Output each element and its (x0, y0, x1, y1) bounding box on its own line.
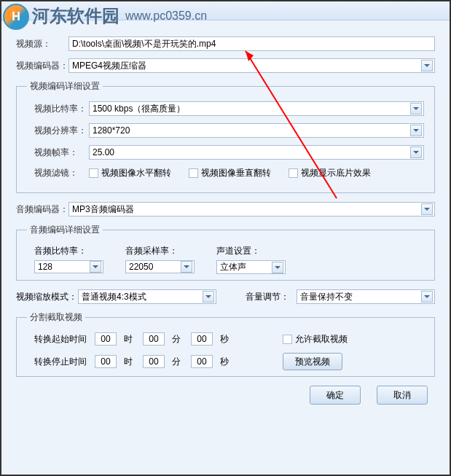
audio-samplerate-label: 音频采样率： (125, 245, 195, 257)
audio-bitrate-label: 音频比特率： (27, 245, 103, 257)
volume-select[interactable]: 音量保持不变 (297, 289, 435, 304)
video-resolution-value: 1280*720 (93, 125, 130, 136)
source-input[interactable] (68, 36, 435, 51)
ok-button[interactable]: 确定 (310, 386, 361, 405)
start-hour-input[interactable] (95, 332, 117, 346)
audio-encoder-value: MP3音频编码器 (72, 203, 134, 216)
scale-label: 视频缩放模式： (16, 291, 78, 303)
chevron-down-icon (421, 203, 433, 215)
audio-channel-select[interactable]: 立体声 (216, 260, 286, 274)
audio-bitrate-select[interactable]: 128 (34, 260, 103, 273)
video-fps-label: 视频帧率： (27, 147, 89, 159)
chevron-down-icon (181, 261, 192, 273)
video-resolution-select[interactable]: 1280*720 (89, 123, 424, 138)
watermark-text: 河东软件园 (32, 4, 119, 28)
chevron-down-icon (410, 103, 422, 114)
start-sec-input[interactable] (191, 332, 213, 346)
scale-select[interactable]: 普通视频4:3模式 (78, 289, 216, 304)
audio-encoder-select[interactable]: MP3音频编码器 (68, 202, 435, 216)
audio-detail-legend: 音频编码详细设置 (27, 224, 103, 236)
video-encoder-label: 视频编码器： (16, 60, 68, 72)
video-fps-select[interactable]: 25.00 (89, 145, 424, 160)
chevron-down-icon (421, 291, 433, 303)
chevron-down-icon (90, 261, 101, 273)
video-bitrate-value: 1500 kbps（很高质量） (93, 103, 185, 115)
audio-encoder-label: 音频编码器： (16, 203, 68, 216)
video-detail-legend: 视频编码详细设置 (27, 80, 103, 93)
source-label: 视频源： (16, 38, 68, 50)
audio-samplerate-value: 22050 (129, 262, 153, 272)
audio-channel-value: 立体声 (220, 261, 246, 273)
watermark-url: www.pc0359.cn (125, 9, 207, 23)
stop-sec-input[interactable] (191, 355, 213, 368)
volume-label: 音量调节： (246, 291, 297, 303)
video-bitrate-select[interactable]: 1500 kbps（很高质量） (89, 101, 424, 116)
chevron-down-icon (410, 125, 422, 136)
audio-samplerate-select[interactable]: 22050 (125, 260, 195, 273)
start-time-label: 转换起始时间 (27, 333, 89, 346)
audio-detail-fieldset: 音频编码详细设置 音频比特率： 128 音频采样率： 22050 (16, 224, 435, 281)
audio-channel-label: 声道设置： (216, 245, 286, 257)
preview-button[interactable]: 预览视频 (283, 353, 342, 370)
chevron-down-icon (203, 291, 214, 303)
video-bitrate-label: 视频比特率： (27, 103, 89, 115)
cancel-button[interactable]: 取消 (377, 386, 428, 405)
video-encoder-select[interactable]: MPEG4视频压缩器 (68, 58, 435, 73)
split-legend: 分割截取视频 (27, 311, 85, 324)
start-min-input[interactable] (143, 332, 165, 346)
watermark-logo: H (3, 4, 29, 30)
watermark: H 河东软件园 www.pc0359.cn (1, 1, 207, 31)
allow-split-checkbox[interactable]: 允许截取视频 (283, 333, 348, 346)
hflip-checkbox[interactable]: 视频图像水平翻转 (89, 167, 171, 179)
chevron-down-icon (421, 60, 433, 71)
content-area: 视频源： 视频编码器： MPEG4视频压缩器 视频编码详细设置 视频比特率： 1… (1, 20, 450, 413)
video-encoder-value: MPEG4视频压缩器 (72, 60, 146, 72)
vflip-checkbox[interactable]: 视频图像垂直翻转 (189, 167, 271, 179)
video-resolution-label: 视频分辨率： (27, 125, 89, 137)
audio-bitrate-value: 128 (38, 262, 52, 272)
video-fps-value: 25.00 (93, 147, 114, 157)
split-fieldset: 分割截取视频 转换起始时间 时 分 秒 允许截取视频 转换停止时间 时 分 秒 … (16, 311, 435, 377)
main-panel: H 河东软件园 www.pc0359.cn 视频源： 视频编码器： MPEG4视… (0, 0, 451, 476)
chevron-down-icon (272, 262, 283, 273)
stop-hour-input[interactable] (95, 355, 117, 368)
scale-value: 普通视频4:3模式 (82, 291, 146, 303)
stop-time-label: 转换停止时间 (27, 356, 89, 368)
chevron-down-icon (410, 147, 422, 158)
volume-value: 音量保持不变 (300, 291, 353, 303)
video-detail-fieldset: 视频编码详细设置 视频比特率： 1500 kbps（很高质量） 视频分辨率： 1… (16, 80, 435, 193)
video-filter-label: 视频滤镜： (27, 167, 89, 179)
stop-min-input[interactable] (143, 355, 165, 368)
negative-checkbox[interactable]: 视频显示底片效果 (289, 167, 371, 179)
